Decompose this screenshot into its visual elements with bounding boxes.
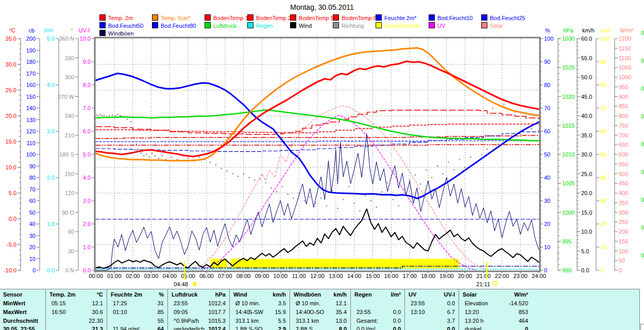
table-header-sensor: Solar — [463, 291, 477, 298]
table-cell-value: 6.7 — [447, 309, 455, 315]
window-resize-grip[interactable] — [640, 324, 644, 330]
svg-text:1020: 1020 — [562, 94, 574, 100]
legend-label: BodenTemp 50 — [299, 15, 337, 21]
legend-label: Bod.Feucht25 — [490, 15, 526, 21]
table-cell-info: 313.1 km — [235, 318, 259, 324]
svg-text:100: 100 — [619, 248, 628, 254]
table-header-sensor: Regen — [354, 291, 372, 298]
svg-text:20: 20 — [600, 221, 606, 227]
table-cell-info: 13:10 — [411, 309, 425, 315]
svg-text:330: 330 — [65, 55, 74, 61]
legend-item-solar: Solar — [481, 22, 503, 29]
svg-text:60: 60 — [29, 198, 36, 204]
legend-item-bodentemp-10: BodenTemp 10 — [205, 14, 251, 21]
table-row-label: MaxWert — [3, 309, 27, 315]
table-cell-info: ^0.9hPa/h — [174, 318, 199, 324]
legend-swatch — [247, 22, 253, 28]
table-cell-info: dunkel — [465, 326, 481, 330]
svg-text:5.0: 5.0 — [83, 151, 91, 158]
svg-text:1005: 1005 — [562, 180, 574, 186]
svg-text:40: 40 — [544, 175, 550, 181]
svg-text:50.0: 50.0 — [581, 74, 592, 80]
legend-item-wind: Wind — [290, 22, 312, 29]
svg-text:02:00: 02:00 — [126, 273, 140, 279]
svg-text:120: 120 — [26, 128, 36, 134]
legend-swatch — [99, 30, 106, 36]
table-cell-info: 01:10 — [113, 309, 127, 315]
table-cell-info: 313.1 km — [296, 318, 319, 324]
svg-text:650: 650 — [619, 142, 628, 148]
clipped-axis-label: 0 — [641, 58, 644, 64]
legend-item-bod-feucht50: Bod.Feucht50 — [99, 22, 144, 29]
legend-swatch — [333, 22, 339, 28]
svg-text:0: 0 — [600, 267, 603, 273]
table-column-separator — [45, 289, 46, 330]
svg-text:170: 170 — [26, 71, 36, 77]
table-cell-value: 0 — [525, 326, 528, 330]
legend-item-bodentemp-25: BodenTemp 25 — [247, 14, 294, 21]
svg-text:700: 700 — [619, 132, 628, 138]
table-cell-value: 3.7 — [447, 318, 455, 324]
table-header-unit: l/m² — [391, 291, 401, 298]
svg-text:1150: 1150 — [619, 45, 631, 51]
table-cell-direction: O-SO — [310, 309, 324, 315]
svg-text:995: 995 — [562, 238, 571, 245]
svg-text:5.0: 5.0 — [581, 248, 589, 254]
svg-text:90 O: 90 O — [62, 210, 74, 216]
svg-text:14:00: 14:00 — [347, 273, 362, 279]
svg-text:7.0: 7.0 — [83, 105, 91, 111]
table-cell-info: Ø 10 min. — [296, 300, 320, 306]
table-cell-value: 2.9 — [278, 326, 286, 330]
table-cell-info: 16:50 — [52, 309, 66, 315]
legend-item-sonnenschein: Sonnenschein — [376, 22, 420, 29]
legend-swatch — [152, 22, 158, 28]
chart-legend: Temp. 2mTemp. 5cm*BodenTemp 10BodenTemp … — [0, 0, 644, 39]
svg-text:45.0: 45.0 — [581, 94, 592, 100]
svg-text:250: 250 — [619, 219, 628, 225]
table-row-label: MinWert — [3, 300, 25, 306]
svg-text:19:00: 19:00 — [439, 273, 454, 279]
svg-text:50: 50 — [544, 151, 550, 158]
svg-text:22:00: 22:00 — [495, 273, 510, 279]
svg-text:04:00: 04:00 — [163, 273, 177, 279]
legend-label: BodenTemp 80 — [342, 15, 380, 21]
legend-item-richtung: Richtung — [333, 22, 364, 29]
legend-swatch — [290, 22, 296, 28]
legend-swatch — [376, 14, 382, 21]
svg-text:16:00: 16:00 — [384, 273, 399, 279]
legend-swatch — [152, 14, 158, 21]
table-cell-info: 2 Bft S — [296, 326, 313, 330]
svg-text:180 S: 180 S — [59, 151, 74, 158]
svg-text:50: 50 — [619, 257, 625, 264]
svg-text:1.0: 1.0 — [83, 244, 91, 250]
table-header-unit: UV-I — [444, 291, 455, 298]
svg-text:50: 50 — [29, 210, 36, 216]
svg-text:10: 10 — [600, 244, 606, 250]
legend-item-regen: Regen — [247, 22, 273, 29]
svg-text:20: 20 — [544, 221, 550, 227]
axis-cb: 0102030405060708090100110120130140150160… — [26, 27, 40, 273]
table-cell-value: 31 — [158, 300, 164, 306]
svg-text:750: 750 — [619, 123, 628, 129]
table-column-separator — [404, 289, 405, 330]
svg-text:10.0: 10.0 — [581, 229, 592, 235]
svg-text:950: 950 — [619, 84, 628, 90]
svg-text:2.0: 2.0 — [83, 221, 91, 227]
table-cell-value: 3.5 — [278, 300, 286, 306]
table-cell-info: 0.0 l/m² — [357, 326, 376, 330]
series-feuchte-2m — [96, 74, 539, 199]
svg-text:1000: 1000 — [562, 210, 574, 216]
svg-text:80: 80 — [29, 175, 36, 181]
svg-text:450: 450 — [619, 180, 628, 186]
svg-text:06:00: 06:00 — [199, 273, 214, 279]
svg-text:40.0: 40.0 — [581, 113, 592, 119]
table-cell-value: 464 — [519, 318, 528, 324]
svg-text:3.0: 3.0 — [83, 198, 91, 204]
table-cell-info: 05:15 — [52, 300, 66, 306]
svg-text:-10.0: -10.0 — [4, 267, 16, 273]
svg-text:190: 190 — [26, 47, 36, 54]
table-column-separator — [290, 289, 290, 330]
svg-text:07:00: 07:00 — [218, 273, 232, 279]
table-cell-value: 22.30 — [89, 318, 103, 324]
svg-text:30: 30 — [544, 198, 550, 204]
